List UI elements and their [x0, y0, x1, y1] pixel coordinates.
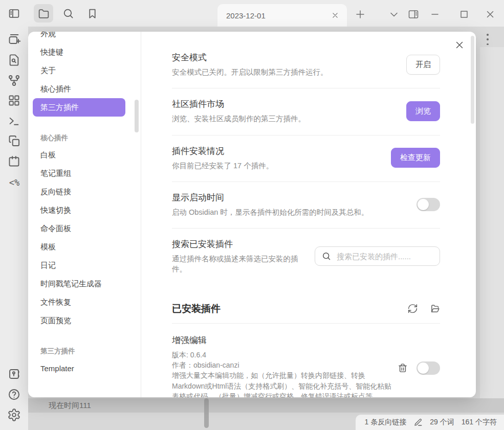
setting-name: 显示启动时间	[172, 192, 406, 203]
setting-row-safe-mode: 安全模式 安全模式已关闭。开启以限制第三方插件运行。 开启	[172, 42, 440, 88]
sidebar-item-hotkeys[interactable]: 快捷键	[28, 43, 141, 61]
settings-modal: 外观 快捷键 关于 核心插件 第三方插件 核心插件 白板 笔记重组 反向链接 快…	[28, 32, 476, 397]
tab-title: 2023-12-01	[226, 11, 331, 20]
window-close-icon[interactable]	[484, 8, 496, 20]
safe-mode-enable-button[interactable]: 开启	[406, 55, 440, 75]
sidebar-section-core-plugins: 核心插件	[28, 133, 141, 143]
setting-row-startup-time: 显示启动时间 启动 Obsidian 时，显示各插件初始化所需的时间及其总和。	[172, 182, 440, 229]
delete-plugin-trash-icon[interactable]	[398, 363, 408, 373]
help-icon[interactable]	[7, 388, 21, 401]
sidebar-item-file-recovery[interactable]: 文件恢复	[28, 293, 141, 311]
startup-time-toggle-off[interactable]	[417, 198, 440, 211]
setting-desc: 启动 Obsidian 时，显示各插件初始化所需的时间及其总和。	[172, 207, 406, 217]
vault-switcher-icon[interactable]	[7, 367, 21, 381]
modal-close-icon[interactable]	[454, 39, 465, 51]
toggle-right-sidebar-icon[interactable]	[407, 8, 420, 20]
open-plugins-folder-icon[interactable]	[429, 303, 440, 314]
background-editor-scrollbar[interactable]	[204, 398, 209, 428]
background-editor-line	[28, 398, 504, 413]
plugin-item-enhanced-editing: 增强编辑 版本: 0.6.4 作者：obsidian-canzi 增强大量文本编…	[172, 324, 440, 397]
files-button[interactable]	[34, 4, 53, 22]
word-count[interactable]: 29 个词	[430, 418, 454, 427]
tab-close-icon[interactable]	[331, 11, 340, 20]
settings-sidebar: 外观 快捷键 关于 核心插件 第三方插件 核心插件 白板 笔记重组 反向链接 快…	[28, 32, 141, 397]
sidebar-item-page-preview[interactable]: 页面预览	[28, 311, 141, 330]
sidebar-item-core-plugins[interactable]: 核心插件	[28, 80, 141, 98]
setting-desc: 你目前已经安装了 17 个插件。	[172, 161, 381, 171]
graph-fork-icon[interactable]	[7, 74, 21, 87]
setting-desc: 通过插件名称或描述来筛选已安装的插件。	[172, 254, 304, 275]
terminal-icon[interactable]	[7, 114, 21, 128]
background-note-text: 现在时间111	[49, 401, 91, 411]
titlebar: 2023-12-01	[0, 0, 504, 27]
sidebar-scrollbar[interactable]	[135, 100, 139, 132]
sidebar-item-timestamp-notes[interactable]: 时间戳笔记生成器	[28, 275, 141, 293]
sidebar-item-templates[interactable]: 模板	[28, 238, 141, 256]
folder-icon	[37, 7, 50, 20]
toggle-left-sidebar-button[interactable]	[4, 4, 24, 22]
setting-desc: 浏览、安装社区成员制作的第三方插件。	[172, 114, 396, 124]
bookmarks-button[interactable]	[82, 4, 102, 22]
plugin-enable-toggle-off[interactable]	[417, 361, 440, 375]
card-add-icon[interactable]	[7, 32, 21, 46]
templater-glyph-icon[interactable]: <%	[6, 177, 23, 188]
setting-row-search-plugins: 搜索已安装插件 通过插件名称或描述来筛选已安装的插件。	[172, 229, 440, 290]
tab-2023-12-01[interactable]: 2023-12-01	[217, 4, 347, 27]
bookmark-icon	[86, 7, 99, 20]
new-tab-plus-icon[interactable]	[354, 8, 366, 20]
settings-content: 安全模式 安全模式已关闭。开启以限制第三方插件运行。 开启 社区插件市场 浏览、…	[141, 32, 476, 397]
char-count[interactable]: 161 个字符	[462, 418, 497, 427]
sidebar-item-daily-notes[interactable]: 日记	[28, 256, 141, 275]
edit-pencil-icon[interactable]	[413, 418, 423, 427]
sidebar-item-templater[interactable]: Templater	[28, 359, 141, 377]
background-pane	[480, 47, 504, 400]
reload-plugins-icon[interactable]	[407, 303, 418, 314]
sidebar-item-about[interactable]: 关于	[28, 61, 141, 80]
backlink-count[interactable]: 1 条反向链接	[365, 418, 407, 427]
dashboard-grid-icon[interactable]	[7, 94, 21, 107]
window-maximize-icon[interactable]	[458, 8, 470, 20]
setting-row-installed-status: 插件安装情况 你目前已经安装了 17 个插件。 检查更新	[172, 135, 440, 182]
browse-plugins-button[interactable]: 浏览	[406, 101, 440, 121]
file-search-icon[interactable]	[7, 53, 21, 67]
plugin-version: 版本: 0.6.4	[172, 350, 393, 360]
installed-plugins-title: 已安装插件	[172, 302, 221, 315]
panel-left-icon	[8, 7, 20, 20]
check-updates-button[interactable]: 检查更新	[391, 148, 440, 168]
window-minimize-icon[interactable]	[429, 8, 441, 20]
search-icon	[321, 251, 332, 261]
plugin-name: 增强编辑	[172, 334, 393, 346]
plugin-search-box	[315, 246, 440, 266]
copy-icon[interactable]	[7, 134, 21, 148]
sidebar-item-backlinks[interactable]: 反向链接	[28, 183, 141, 201]
left-ribbon: <%	[0, 27, 28, 430]
content-scrollbar[interactable]	[471, 36, 474, 124]
settings-gear-icon[interactable]	[7, 408, 21, 422]
calendar-icon[interactable]	[7, 154, 21, 168]
sidebar-section-community-plugins: 第三方插件	[28, 347, 141, 356]
tab-list-chevron-down-icon[interactable]	[388, 8, 400, 20]
setting-desc: 安全模式已关闭。开启以限制第三方插件运行。	[172, 67, 396, 77]
setting-name: 搜索已安装插件	[172, 238, 304, 250]
sidebar-item-community-plugins[interactable]: 第三方插件	[33, 98, 125, 117]
search-icon	[62, 7, 75, 20]
setting-row-community-market: 社区插件市场 浏览、安装社区成员制作的第三方插件。 浏览	[172, 88, 440, 135]
sidebar-item-quick-switcher[interactable]: 快速切换	[28, 201, 141, 219]
sidebar-item-note-composer[interactable]: 笔记重组	[28, 164, 141, 183]
setting-name: 安全模式	[172, 52, 396, 63]
search-button[interactable]	[58, 4, 78, 22]
setting-name: 社区插件市场	[172, 98, 396, 110]
setting-name: 插件安装情况	[172, 145, 381, 157]
plugin-author: 作者：obsidian-canzi	[172, 360, 393, 370]
plugin-search-input[interactable]	[337, 252, 434, 261]
installed-plugins-header: 已安装插件	[172, 296, 440, 324]
plugin-desc: 增强大量文本编辑功能，如（允许批量）转换内部链接、转换Markdown或Html…	[172, 370, 393, 397]
pane-more-options-icon[interactable]	[484, 33, 492, 46]
sidebar-item-canvas[interactable]: 白板	[28, 146, 141, 164]
sidebar-item-appearance[interactable]: 外观	[28, 32, 141, 43]
sidebar-item-command-palette[interactable]: 命令面板	[28, 219, 141, 238]
status-bar: 1 条反向链接 29 个词 161 个字符	[356, 415, 504, 430]
